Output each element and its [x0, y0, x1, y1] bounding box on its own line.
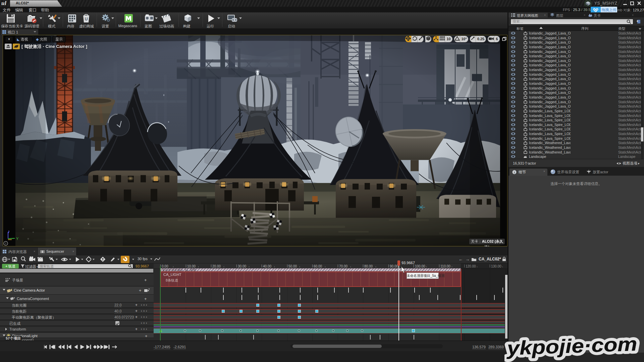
svg-text:?: ? — [5, 242, 6, 245]
svg-text:U: U — [85, 17, 88, 21]
svg-text:Y: Y — [16, 237, 19, 241]
svg-text:ykpojie·com: ykpojie·com — [505, 333, 637, 359]
